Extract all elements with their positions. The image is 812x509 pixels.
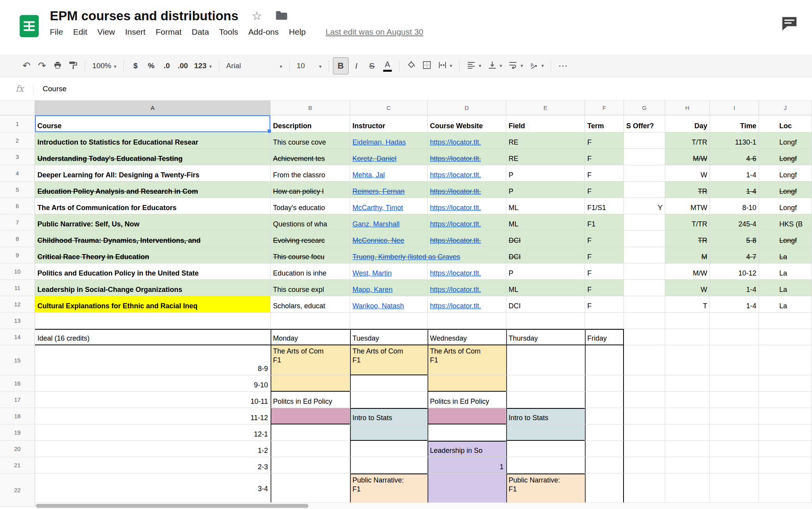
font-size-select[interactable]: 10 [294,57,325,74]
cell-H14[interactable] [665,329,710,345]
cell-B7[interactable]: Questions of wha [271,214,350,231]
cell-C2[interactable]: Eidelman, Hadas [350,133,428,149]
cell-B2[interactable]: This course cove [271,133,350,149]
format-percent-button[interactable]: % [143,57,159,74]
cell-E12[interactable]: DCI [506,296,585,313]
cell-G15[interactable] [624,345,665,375]
cell-J9[interactable]: La [759,247,812,263]
cell-I22[interactable] [710,474,759,507]
cell-B8[interactable]: Evolving researc [271,231,350,247]
column-header-I[interactable]: I [710,101,759,115]
cell-C21[interactable] [350,457,428,474]
cell-J7[interactable]: HKS (B [759,214,812,231]
cell-J13[interactable] [759,313,812,329]
formula-input[interactable]: Course [43,85,67,93]
cell-J4[interactable]: Longf [759,165,812,182]
menu-view[interactable]: View [92,27,120,37]
cell-I18[interactable] [710,408,759,424]
cell-I9[interactable]: 4-7 [710,247,759,263]
cell-I12[interactable]: 1-4 [710,296,759,313]
cell-I8[interactable]: 5-8 [710,231,759,247]
decrease-decimal-button[interactable]: .0 [159,57,174,74]
cell-E1[interactable]: Field [506,115,585,133]
star-icon[interactable] [252,10,262,22]
cell-H8[interactable]: TR [665,231,710,247]
cell-I20[interactable] [710,441,759,457]
scrollbar-thumb[interactable] [36,504,308,508]
cell-B15[interactable]: The Arts of Com F1 [271,345,350,375]
row-header-8[interactable]: 8 [0,231,35,247]
row-header-2[interactable]: 2 [0,133,35,149]
cell-A19[interactable]: 12-1 [35,424,271,441]
cell-A18[interactable]: 11-12 [35,408,271,424]
cell-E7[interactable]: ML [506,214,585,231]
format-currency-button[interactable]: $ [128,57,143,74]
document-title[interactable]: EPM courses and distributions [50,9,238,23]
cell-A9[interactable]: Critical Race Theory in Education [35,247,271,263]
cell-F3[interactable]: F [585,149,624,165]
cell-H17[interactable] [665,392,710,408]
cell-C6[interactable]: McCarthy, Timot [350,198,428,214]
cell-G6[interactable]: Y [624,198,665,214]
cell-D15[interactable]: The Arts of Com F1 [428,345,506,375]
cell-I6[interactable]: 8-10 [710,198,759,214]
text-wrap-button[interactable] [505,57,526,74]
column-header-G[interactable]: G [624,101,665,115]
cell-B1[interactable]: Description [271,115,350,133]
cell-I4[interactable]: 1-4 [710,165,759,182]
row-header-3[interactable]: 3 [0,149,35,165]
cell-C20[interactable] [350,441,428,457]
cell-B10[interactable]: Education is inhe [271,263,350,280]
text-rotation-button[interactable]: A [526,57,547,74]
font-family-select[interactable]: Arial [223,57,285,74]
merge-cells-button[interactable] [435,57,456,74]
cell-E16[interactable] [506,375,585,392]
cell-J2[interactable]: Longf [759,133,812,149]
cell-E4[interactable]: P [506,165,585,182]
cell-C16[interactable] [350,375,428,392]
cell-G3[interactable] [624,149,665,165]
cell-H3[interactable]: M/W [665,149,710,165]
cell-A6[interactable]: The Arts of Communication for Educators [35,198,271,214]
comments-icon[interactable] [781,16,798,33]
cell-D21[interactable]: 1 [428,457,506,474]
cell-A10[interactable]: Politics and Education Policy in the Uni… [35,263,271,280]
row-header-9[interactable]: 9 [0,247,35,263]
column-header-E[interactable]: E [506,101,585,115]
cell-C18[interactable]: Intro to Stats [350,408,428,424]
cell-D16[interactable] [428,375,506,392]
cell-C15[interactable]: The Arts of Com F1 [350,345,428,375]
menu-edit[interactable]: Edit [68,27,92,37]
zoom-select[interactable]: 100% [89,57,120,74]
cell-A7[interactable]: Public Narrative: Self, Us, Now [35,214,271,231]
last-edit-link[interactable]: Last edit was on August 30 [326,27,423,37]
cell-G9[interactable] [624,247,665,263]
print-button[interactable] [50,57,65,74]
column-header-F[interactable]: F [585,101,624,115]
cell-G13[interactable] [624,313,665,329]
menu-format[interactable]: Format [151,27,187,37]
column-header-D[interactable]: D [428,101,506,115]
cell-F13[interactable] [585,313,624,329]
cell-F21[interactable] [585,457,624,474]
cell-C1[interactable]: Instructor [350,115,428,133]
cell-A20[interactable]: 1-2 [35,441,271,457]
cell-B12[interactable]: Scholars, educat [271,296,350,313]
cell-C13[interactable] [350,313,428,329]
cell-G1[interactable]: S Offer? [624,115,665,133]
cell-A8[interactable]: Childhood Trauma: Dynamics, Intervention… [35,231,271,247]
cell-D14[interactable]: Wednesday [428,329,506,345]
cell-I17[interactable] [710,392,759,408]
cell-I14[interactable] [710,329,759,345]
cell-F5[interactable]: F [585,182,624,198]
cell-F11[interactable]: F [585,280,624,296]
borders-button[interactable] [419,57,435,74]
cell-G4[interactable] [624,165,665,182]
row-header-16[interactable]: 16 [0,375,35,392]
cell-C10[interactable]: West, Martin [350,263,428,280]
sheets-logo-icon[interactable] [17,14,41,38]
cell-C7[interactable]: Ganz, Marshall [350,214,428,231]
cell-F1[interactable]: Term [585,115,624,133]
cell-B18[interactable] [271,408,350,424]
cell-D7[interactable]: https://locator.tlt. [428,214,506,231]
